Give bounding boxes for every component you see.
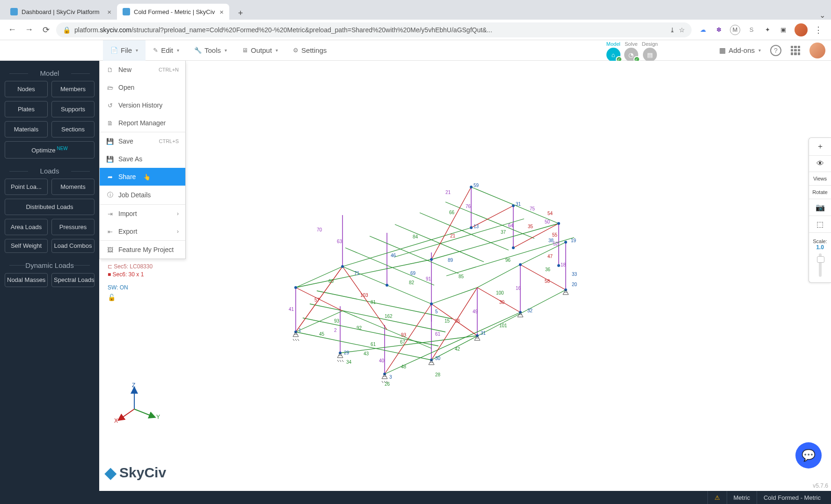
svg-text:2: 2 [334, 328, 337, 333]
svg-text:19: 19 [571, 238, 576, 243]
pressures-button[interactable]: Pressures [51, 219, 95, 235]
image-icon: 🖼 [106, 246, 114, 253]
back-button[interactable]: ← [6, 23, 19, 36]
scale-slider[interactable] [819, 253, 822, 277]
edit-menu-button[interactable]: ✎ Edit ▾ [146, 40, 187, 61]
menu-item-feature-project[interactable]: 🖼 Feature My Project [100, 241, 185, 259]
tabs-overflow-icon[interactable]: ⌄ [819, 11, 825, 20]
axis-gizmo[interactable]: Z X Y [113, 383, 160, 425]
new-tab-button[interactable]: + [234, 7, 247, 20]
svg-text:3: 3 [389, 374, 392, 380]
close-icon[interactable]: × [219, 8, 224, 16]
svg-text:76: 76 [466, 204, 471, 209]
workflow-solve-step[interactable]: Solve ◔✓ [624, 41, 638, 62]
workflow-design-step[interactable]: Design ▤ [642, 41, 658, 62]
svg-text:93: 93 [401, 332, 407, 338]
plates-button[interactable]: Plates [5, 101, 48, 117]
bookmark-icon[interactable]: ☆ [679, 26, 685, 34]
tab-title: Cold Formed - Metric | SkyCiv [134, 8, 215, 15]
reload-button[interactable]: ⟳ [39, 23, 52, 36]
addons-button[interactable]: ▦ Add-ons ▾ [719, 46, 761, 55]
menu-item-save[interactable]: 💾 Save CTRL+S [100, 132, 185, 150]
nodes-button[interactable]: Nodes [5, 81, 48, 97]
chrome-menu-icon[interactable]: ⋮ [814, 25, 823, 35]
optimize-button[interactable]: OptimizeNEW [5, 141, 95, 158]
svg-line-21 [477, 265, 520, 288]
version-label: v5.7.6 [813, 482, 828, 489]
plus-icon: ＋ [816, 142, 824, 150]
point-loads-button[interactable]: Point Loa... [5, 179, 48, 195]
menu-item-new[interactable]: 🗋 New CTRL+N [100, 61, 185, 79]
help-button[interactable]: ? [770, 45, 781, 56]
extension-icon[interactable]: ☁ [698, 25, 707, 35]
skyciv-logo-icon: ◆ [105, 464, 117, 482]
output-menu-button[interactable]: 🖥 Output ▾ [234, 40, 285, 61]
sections-button[interactable]: Sections [51, 121, 95, 137]
model-title-status: Cold Formed - Metric [757, 491, 827, 504]
extension-icon[interactable]: M [730, 25, 740, 35]
svg-line-29 [387, 330, 431, 348]
extension-icon[interactable]: S [747, 25, 756, 35]
units-button[interactable]: Metric [727, 491, 757, 504]
structural-model[interactable]: 135 192033 323130 294669 893859 317113 4… [211, 117, 679, 388]
area-loads-button[interactable]: Area Loads [5, 219, 48, 235]
svg-line-48 [431, 304, 477, 336]
zoom-in-button[interactable]: ＋ [809, 138, 831, 156]
nodal-masses-button[interactable]: Nodal Masses [5, 273, 48, 287]
tools-menu-button[interactable]: 🔧 Tools ▾ [187, 40, 234, 61]
menu-item-version-history[interactable]: ↺ Version History [100, 96, 185, 114]
box-view-button[interactable]: ⬚ [809, 216, 831, 233]
install-app-icon[interactable]: ⤓ [670, 26, 675, 34]
menu-item-job-details[interactable]: ⓘ Job Details [100, 186, 185, 204]
extensions-puzzle-icon[interactable]: ✦ [763, 25, 772, 35]
menu-item-share[interactable]: ➦ Share 👆 [100, 168, 185, 186]
workflow-model-step[interactable]: Model ⌂✓ [606, 41, 620, 62]
spectral-loads-button[interactable]: Spectral Loads [51, 273, 95, 287]
screenshot-button[interactable]: 📷 [809, 199, 831, 216]
svg-point-66 [512, 204, 515, 207]
settings-button[interactable]: ⚙ Settings [285, 40, 334, 61]
members-button[interactable]: Members [51, 81, 95, 97]
svg-text:33: 33 [572, 272, 577, 277]
menu-item-export[interactable]: ⇤ Export › [100, 223, 185, 240]
visibility-button[interactable]: 👁 [809, 156, 831, 172]
url-bar[interactable]: 🔒 platform.skyciv.com/structural?preload… [56, 22, 692, 37]
extension-icon[interactable]: ✽ [714, 25, 723, 35]
rotate-button[interactable]: Rotate [809, 186, 831, 199]
close-icon[interactable]: × [107, 8, 111, 16]
menu-item-open[interactable]: 🗁 Open [100, 79, 185, 96]
distributed-loads-button[interactable]: Distributed Loads [5, 199, 95, 215]
wrench-icon: 🔧 [194, 47, 202, 54]
intercom-chat-button[interactable]: 💬 [795, 442, 822, 468]
materials-button[interactable]: Materials [5, 121, 48, 137]
forward-button[interactable]: → [22, 23, 36, 36]
import-icon: ⇥ [106, 210, 114, 217]
svg-text:31: 31 [516, 202, 521, 207]
user-avatar[interactable] [809, 43, 825, 58]
chrome-profile-avatar[interactable] [795, 23, 808, 36]
browser-tab-inactive[interactable]: Dashboard | SkyCiv Platform × [5, 4, 117, 20]
file-menu-button[interactable]: 📄 File ▾ [103, 40, 146, 61]
supports-button[interactable]: Supports [51, 101, 95, 117]
model-canvas[interactable]: 135 192033 323130 294669 893859 317113 4… [99, 61, 831, 491]
views-button[interactable]: Views [809, 172, 831, 186]
apps-menu-icon[interactable] [791, 46, 800, 55]
svg-text:35: 35 [528, 224, 533, 229]
menu-item-import[interactable]: ⇥ Import › [100, 205, 185, 223]
warning-icon[interactable]: ⚠ [707, 491, 727, 504]
file-icon: 📄 [110, 47, 118, 54]
unlock-icon[interactable]: 🔓 [108, 294, 116, 301]
svg-text:70: 70 [317, 227, 322, 232]
svg-text:91: 91 [426, 276, 431, 281]
browser-tab-active[interactable]: Cold Formed - Metric | SkyCiv × [117, 4, 229, 20]
pencil-icon: ✎ [153, 47, 158, 54]
side-panel-icon[interactable]: ▣ [779, 25, 788, 35]
moments-button[interactable]: Moments [51, 179, 95, 195]
svg-text:45: 45 [319, 331, 325, 337]
self-weight-button[interactable]: Self Weight [5, 239, 48, 253]
svg-text:34: 34 [346, 360, 352, 365]
svg-point-62 [430, 302, 433, 305]
load-combos-button[interactable]: Load Combos [51, 239, 95, 253]
menu-item-report-manager[interactable]: 🗎 Report Manager [100, 114, 185, 132]
menu-item-save-as[interactable]: 💾 Save As [100, 150, 185, 168]
